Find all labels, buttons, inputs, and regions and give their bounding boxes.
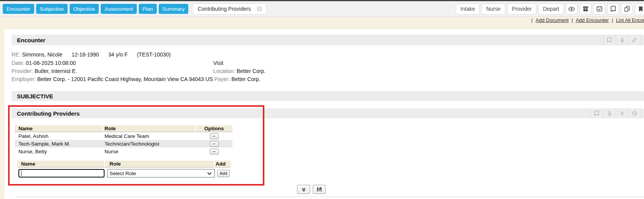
tab-subjective[interactable]: Subjective [36, 4, 68, 14]
payer-value: Better Corp. [231, 76, 260, 82]
contributing-providers-section-header: Contributing Providers [12, 108, 644, 118]
add-encounter-link[interactable]: Add Encounter [576, 17, 609, 23]
list-all-encounters-link[interactable]: List All Encounters [616, 17, 644, 23]
current-form-pill[interactable]: Contributing Providers [192, 3, 267, 15]
contributing-providers-actions [590, 108, 641, 118]
save-icon [316, 186, 322, 192]
provider-name-cell: Patel, Ashish [15, 132, 103, 140]
provider-role-cell: Technician/Technologist [103, 140, 196, 148]
patient-id: (TEST-10030) [137, 51, 171, 58]
provider-name-input[interactable] [18, 169, 105, 177]
add-name-cell [17, 168, 105, 178]
employer-value: Better Corp. - 12001 Pacific Coast Highw… [37, 76, 213, 82]
employer-row: Employer: Better Corp. - 12001 Pacific C… [12, 76, 634, 84]
provider-name-cell: Tech-Sample, Mark M. [15, 140, 103, 148]
depart-button[interactable]: Depart [538, 3, 564, 15]
provider-value: Butler, Internist E. [35, 68, 77, 74]
encounter-section-header: Encounter [12, 35, 644, 45]
encounter-date: 01-06-2025 10:08:00 [26, 60, 76, 66]
calendar-check-button[interactable] [593, 3, 605, 15]
location-pair: Location: Better Corp. [213, 68, 266, 74]
patient-summary-row: RE: Simmons, Nicole 12-18-1990 34 y/o F … [12, 51, 634, 59]
payer-label: Payer: [214, 76, 230, 82]
calendar-check-icon [596, 5, 603, 12]
encounter-header-actions [603, 35, 641, 45]
add-button-cell: Add [215, 168, 231, 178]
tab-plan[interactable]: Plan [139, 4, 157, 14]
form-navigation-toolbar: Encounter Subjective Objective Assessmen… [0, 0, 644, 17]
role-select-value: Select Role [110, 171, 136, 176]
add-role-cell: Select Role [105, 168, 215, 178]
provider-options-cell: – [196, 132, 232, 140]
link-separator: | [612, 17, 613, 23]
bookmark-button[interactable] [635, 3, 644, 15]
remove-provider-button[interactable]: – [210, 133, 219, 139]
chevron-double-down-icon [301, 187, 306, 192]
date-row: Date: 01-06-2025 10:08:00 Visit [12, 60, 634, 68]
add-column-header-add: Add [215, 161, 231, 167]
encounter-section-title: Encounter [12, 37, 45, 43]
subjective-section-header: SUBJECTIVE [12, 91, 644, 101]
tab-summary[interactable]: Summary [159, 4, 189, 14]
intake-button[interactable]: Intake [456, 3, 480, 15]
add-provider-button[interactable]: Add [217, 170, 230, 177]
remove-provider-button[interactable]: – [210, 149, 219, 154]
tab-encounter[interactable]: Encounter [3, 4, 34, 14]
provider-options-cell: – [196, 140, 232, 148]
provider-options-cell: – [196, 148, 232, 155]
current-form-label: Contributing Providers [198, 6, 251, 12]
section-divider [15, 197, 644, 197]
eye-icon [568, 5, 575, 13]
copy-button[interactable] [621, 3, 633, 15]
circle-slash-icon[interactable] [628, 108, 641, 118]
add-document-link[interactable]: Add Document [536, 17, 569, 23]
date-label: Date: [12, 60, 24, 66]
save-icon[interactable] [256, 6, 262, 12]
encounter-form-screen: Encounter Subjective Objective Assessmen… [0, 0, 644, 199]
book-icon[interactable] [603, 35, 616, 45]
eye-button[interactable] [566, 3, 578, 15]
re-label: RE: [12, 51, 20, 58]
microphone-icon[interactable] [616, 35, 628, 45]
provider-row: Provider: Butler, Internist E. Location:… [12, 68, 634, 76]
contributing-providers-title: Contributing Providers [12, 110, 80, 117]
link-separator: | [571, 17, 573, 23]
book-icon[interactable] [590, 108, 603, 118]
bookmark-icon [637, 6, 644, 12]
contributing-providers-table: Name Role Options Patel, Ashish Medical … [15, 125, 232, 155]
column-header-options: Options [196, 125, 232, 132]
archive-button[interactable] [579, 3, 591, 15]
provider-label: Provider: [12, 68, 33, 74]
pencil-icon[interactable] [628, 35, 641, 45]
provider-role-cell: Medical Care Team [103, 132, 196, 140]
provider-role-cell: Nurse [103, 148, 196, 155]
role-select[interactable]: Select Role [107, 169, 215, 177]
form-footer-controls [297, 185, 326, 194]
add-column-header-name: Name [17, 161, 105, 167]
microphone-icon[interactable] [603, 108, 616, 118]
tab-objective[interactable]: Objective [70, 4, 99, 14]
column-header-role: Role [103, 125, 196, 132]
chevron-double-down-icon[interactable] [616, 108, 628, 118]
visit-label: Visit [213, 60, 223, 66]
add-column-header-role: Role [105, 161, 215, 167]
patient-dob: 12-18-1990 [71, 51, 99, 58]
location-value: Better Corp. [237, 68, 266, 74]
tab-assessment[interactable]: Assessment [101, 4, 137, 14]
patient-age-sex: 34 y/o F [108, 51, 128, 58]
patient-name: Simmons, Nicole [22, 51, 62, 58]
nurse-button[interactable]: Nurse [481, 3, 505, 15]
save-form-button[interactable] [313, 185, 326, 194]
copy-icon [624, 5, 631, 12]
chevron-down-icon [207, 172, 212, 175]
archive-icon [582, 5, 589, 12]
book-button[interactable] [607, 3, 619, 15]
provider-button[interactable]: Provider [507, 3, 536, 15]
collapse-all-button[interactable] [297, 185, 310, 194]
location-label: Location: [213, 68, 235, 74]
remove-provider-button[interactable]: – [210, 141, 219, 147]
text-cursor [21, 171, 22, 176]
column-header-name: Name [15, 125, 103, 132]
book-icon [610, 5, 617, 12]
add-provider-table: Name Role Add Select Role Add [17, 161, 231, 178]
